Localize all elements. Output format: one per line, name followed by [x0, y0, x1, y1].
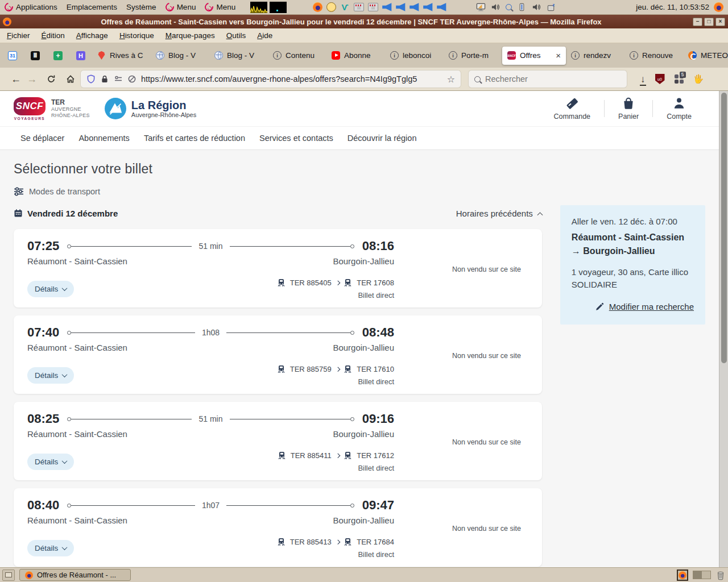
nav-services[interactable]: Services et contacts [259, 134, 333, 143]
suspend-icon[interactable] [547, 2, 556, 12]
nav-tarifs[interactable]: Tarifs et cartes de réduction [144, 134, 245, 143]
battery-icon[interactable] [517, 2, 527, 12]
page-scrollbar[interactable] [719, 91, 728, 567]
search-bar[interactable]: Rechercher [469, 70, 627, 88]
system-menu[interactable]: Système [126, 3, 156, 11]
app-launcher-icon[interactable]: Ѵ [340, 2, 350, 12]
audio-app-icon[interactable] [410, 3, 419, 11]
extensions-icon[interactable]: 5 [675, 74, 684, 84]
browser-tab[interactable]: METEO A [683, 47, 728, 65]
browser-tab[interactable]: Porte-m [444, 47, 502, 65]
tab-favicon [449, 51, 457, 60]
browser-tab[interactable]: rendezv [566, 47, 624, 65]
extension-icon[interactable]: 🖐 [693, 74, 704, 84]
journey-track: 51 min [67, 414, 354, 423]
browser-tab[interactable]: Rives à C [92, 47, 151, 65]
active-tab[interactable]: Offres × [502, 47, 566, 65]
firefox-launcher-icon[interactable] [313, 2, 322, 12]
scrollbar-thumb[interactable] [721, 93, 727, 363]
stamp-applet-icon[interactable] [354, 3, 364, 11]
smiley-app-icon[interactable] [326, 2, 336, 12]
permissions-icon[interactable] [114, 74, 123, 84]
browser-tab[interactable]: Renouve [624, 47, 683, 65]
menu-edition[interactable]: Édition [42, 31, 65, 40]
order-button[interactable]: Commande [540, 97, 604, 120]
details-button[interactable]: Détails [27, 454, 74, 470]
previous-times-link[interactable]: Horaires précédents [456, 209, 542, 218]
details-button[interactable]: Détails [27, 281, 74, 297]
journey-track: 1h07 [67, 501, 354, 510]
modify-search-link[interactable]: Modifier ma recherche [609, 301, 694, 314]
menu-fichier[interactable]: Fichier [7, 31, 30, 40]
window-titlebar[interactable]: Offres de Réaumont - Saint-Cassien vers … [0, 15, 728, 28]
clock[interactable]: jeu. déc. 11, 10:53:52 [636, 3, 709, 11]
net-graph-applet[interactable] [270, 2, 287, 13]
browser-tab[interactable]: leboncoi [385, 47, 444, 65]
stamp-applet-icon[interactable] [368, 3, 378, 11]
nav-se-deplacer[interactable]: Se déplacer [20, 134, 64, 143]
audio-app-icon[interactable] [396, 3, 406, 11]
nav-abonnements[interactable]: Abonnements [78, 134, 129, 143]
url-text[interactable]: https://www.ter.sncf.com/auvergne-rhone-… [141, 74, 442, 84]
trash-icon[interactable] [715, 570, 726, 580]
browser-tab[interactable]: Contenu [268, 47, 326, 65]
menu-historique[interactable]: Historique [119, 31, 154, 40]
nav-decouvrir[interactable]: Découvrir la région [348, 134, 417, 143]
sncf-logo[interactable]: SNCF VOYAGEURS [14, 97, 46, 120]
close-button[interactable]: × [715, 18, 725, 26]
browser-tab[interactable]: Blog - V [209, 47, 268, 65]
menu-marque-pages[interactable]: Marque-pages [166, 31, 215, 40]
lock-icon[interactable] [100, 74, 109, 84]
audio-app-icon[interactable] [437, 3, 446, 11]
extra-menu-2[interactable]: Menu [205, 3, 235, 11]
la-region-logo[interactable]: La Région Auvergne-Rhône-Alpes [105, 98, 196, 119]
workspace-switcher[interactable] [693, 571, 711, 579]
tracking-protection-shield-icon[interactable] [86, 74, 96, 84]
pinned-tab-calendar[interactable]: 31 [8, 51, 17, 60]
firefox-notification-icon[interactable] [677, 569, 688, 581]
tab-close-icon[interactable]: × [556, 51, 561, 60]
taskbar-window-button[interactable]: Offres de Réaumont - ... [19, 569, 131, 581]
arrival-station: Bourgoin-Jallieu [333, 256, 394, 266]
menu-aide[interactable]: Aide [257, 31, 272, 40]
bookmark-star-icon[interactable]: ☆ [447, 74, 455, 85]
transport-modes-filter[interactable]: Modes de transport [14, 186, 705, 197]
departure-station: Réaumont - Saint-Cassien [27, 516, 127, 525]
cpu-graph-applet[interactable] [250, 2, 267, 13]
menu-affichage[interactable]: Affichage [76, 31, 108, 40]
search-tray-icon[interactable] [506, 4, 512, 10]
details-button[interactable]: Détails [27, 540, 74, 556]
back-button[interactable]: ← [8, 73, 24, 85]
browser-tab[interactable]: Blog - V [151, 47, 209, 65]
menu-outils[interactable]: Outils [226, 31, 246, 40]
browser-tab[interactable]: Abonne [326, 47, 385, 65]
display-settings-icon[interactable] [476, 2, 486, 12]
volume-icon[interactable] [532, 2, 541, 12]
firefox-tray-icon[interactable] [714, 2, 723, 12]
pinned-tab-dark[interactable]: Ⅲ [31, 51, 40, 60]
reload-button[interactable] [47, 74, 56, 84]
url-bar[interactable]: https://www.ter.sncf.com/auvergne-rhone-… [81, 70, 461, 88]
details-button[interactable]: Détails [27, 367, 74, 384]
account-button[interactable]: Compte [653, 97, 705, 120]
blocked-content-icon[interactable] [127, 74, 136, 84]
cart-button[interactable]: Panier [605, 97, 652, 120]
minimize-button[interactable]: – [693, 18, 702, 26]
chevron-right-icon [336, 367, 340, 372]
forward-button[interactable]: → [24, 73, 40, 85]
pinned-tab-green[interactable]: + [53, 51, 63, 60]
pinned-tab-purple[interactable]: H [76, 51, 85, 60]
applications-menu[interactable]: Applications [5, 3, 57, 11]
places-menu[interactable]: Emplacements [67, 3, 117, 11]
audio-app-icon[interactable] [382, 3, 392, 11]
extra-menu-1[interactable]: Menu [166, 3, 196, 11]
downloads-icon[interactable]: ↓ [640, 74, 646, 84]
maximize-button[interactable]: □ [704, 18, 714, 26]
volume-icon[interactable] [491, 2, 500, 12]
audio-app-icon[interactable] [423, 3, 433, 11]
journey-end-dot [350, 504, 354, 508]
departure-station: Réaumont - Saint-Cassien [27, 256, 127, 266]
home-button[interactable] [66, 74, 75, 84]
show-desktop-button[interactable] [2, 569, 15, 581]
ublock-extension-icon[interactable] [655, 74, 665, 84]
